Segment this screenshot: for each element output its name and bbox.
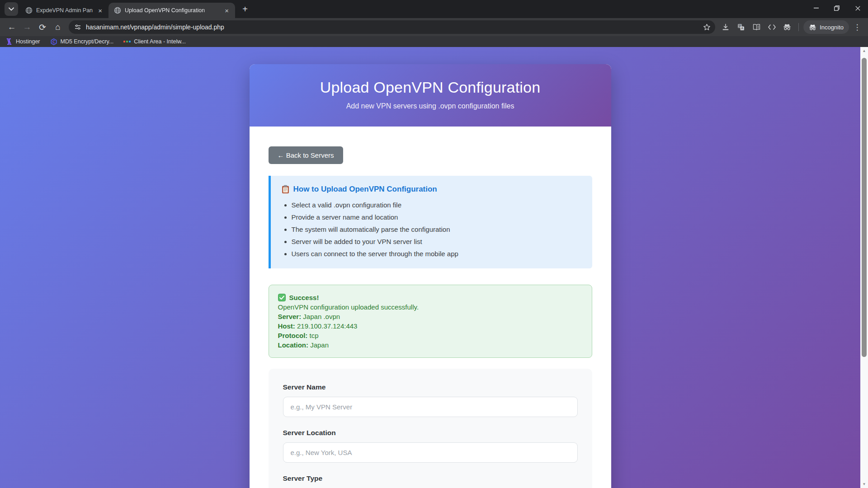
upload-form: Server Name Server Location Server Type … — [269, 369, 592, 488]
bookmark-client-area[interactable]: Client Area - Intelw... — [123, 38, 186, 45]
tab-strip: ExpdeVPN Admin Panel × Upload OpenVPN Co… — [0, 0, 868, 18]
translate-icon[interactable]: 文 A — [734, 20, 748, 34]
tab-admin-panel[interactable]: ExpdeVPN Admin Panel × — [20, 3, 108, 18]
browser-chrome: ExpdeVPN Admin Panel × Upload OpenVPN Co… — [0, 0, 868, 47]
hostinger-icon — [5, 38, 13, 45]
code-icon[interactable] — [765, 20, 778, 34]
success-field-server: Server: Japan .ovpn — [278, 312, 583, 321]
scroll-down-icon[interactable]: ▼ — [860, 480, 868, 488]
bookmark-label: Client Area - Intelw... — [134, 38, 186, 45]
instruction-item: The system will automatically parse the … — [292, 225, 581, 233]
bookmark-md5[interactable]: MD5 Encrypt/Decry... — [50, 38, 114, 45]
chevron-down-icon — [9, 7, 14, 11]
page-scrollbar[interactable]: ▲ ▼ — [860, 47, 868, 488]
back-to-servers-button[interactable]: ← Back to Servers — [269, 146, 343, 164]
reload-button[interactable]: ⟳ — [35, 20, 50, 34]
page-viewport: Upload OpenVPN Configuration Add new VPN… — [0, 47, 868, 488]
success-alert: Success! OpenVPN configuration uploaded … — [269, 285, 592, 358]
bookmark-label: MD5 Encrypt/Decry... — [61, 38, 114, 45]
svg-text:A: A — [741, 26, 744, 30]
incognito-badge[interactable]: Incognito — [803, 20, 849, 34]
incognito-extension-icon[interactable] — [780, 20, 794, 34]
page-subtitle: Add new VPN servers using .ovpn configur… — [259, 102, 602, 110]
instructions-box: How to Upload OpenVPN Configuration Sele… — [269, 176, 592, 268]
instruction-item: Select a valid .ovpn configuration file — [292, 201, 581, 209]
clipboard-icon — [282, 185, 289, 194]
tab-close-icon[interactable]: × — [223, 6, 231, 15]
success-headline: Success! — [278, 293, 583, 302]
card-body: ← Back to Servers How to Upload OpenVPN … — [250, 127, 611, 488]
success-field-location: Location: Japan — [278, 340, 583, 350]
server-type-label: Server Type — [283, 474, 578, 483]
page-title: Upload OpenVPN Configuration — [259, 79, 602, 96]
scroll-up-icon[interactable]: ▲ — [860, 47, 868, 55]
server-location-input[interactable] — [283, 442, 578, 463]
download-icon[interactable] — [719, 20, 732, 34]
dots-icon — [123, 38, 131, 45]
check-icon — [278, 294, 286, 301]
tab-close-icon[interactable]: × — [96, 6, 104, 15]
card-header: Upload OpenVPN Configuration Add new VPN… — [250, 64, 611, 127]
server-location-label: Server Location — [283, 429, 578, 437]
back-nav-button[interactable]: ← — [5, 20, 19, 34]
success-message: OpenVPN configuration uploaded successfu… — [278, 302, 583, 312]
instruction-item: Users can connect to the server through … — [292, 250, 581, 258]
tab-title: Upload OpenVPN Configuration — [125, 7, 219, 14]
tab-title: ExpdeVPN Admin Panel — [36, 7, 93, 14]
restore-button[interactable] — [826, 0, 847, 16]
instructions-title: How to Upload OpenVPN Configuration — [293, 185, 437, 194]
forward-nav-button[interactable]: → — [20, 20, 34, 34]
home-button[interactable]: ⌂ — [51, 20, 65, 34]
minimize-button[interactable] — [806, 0, 826, 16]
bookmark-hostinger[interactable]: Hostinger — [5, 38, 40, 45]
tab-search-button[interactable] — [5, 2, 18, 16]
tab-upload-config[interactable]: Upload OpenVPN Configuration × — [108, 3, 235, 18]
globe-icon — [114, 7, 121, 14]
close-window-button[interactable] — [847, 0, 868, 16]
reading-list-icon[interactable] — [750, 20, 763, 34]
upload-card: Upload OpenVPN Configuration Add new VPN… — [250, 64, 611, 488]
success-title: Success! — [289, 293, 319, 302]
browser-menu-icon[interactable]: ⋮ — [851, 23, 863, 32]
server-name-input[interactable] — [283, 397, 578, 417]
bookmark-label: Hostinger — [16, 38, 40, 45]
bookmark-star-icon[interactable] — [703, 23, 711, 31]
toolbar-separator — [798, 23, 799, 31]
incognito-label: Incognito — [820, 24, 844, 31]
new-tab-button[interactable]: + — [239, 3, 251, 15]
close-icon — [855, 6, 860, 11]
page-background: Upload OpenVPN Configuration Add new VPN… — [0, 47, 860, 488]
globe-icon — [25, 7, 33, 14]
bookmarks-bar: Hostinger MD5 Encrypt/Decry... Client Ar… — [0, 36, 868, 47]
address-bar[interactable]: hasanimam.net/vpnapp/admin/simple-upload… — [69, 20, 715, 34]
toolbar-icons: 文 A — [719, 20, 863, 34]
server-name-label: Server Name — [283, 383, 578, 391]
browser-toolbar: ← → ⟳ ⌂ hasanimam.net/vpnapp/admin/simpl… — [0, 18, 868, 36]
hexagon-icon — [50, 38, 57, 45]
success-field-protocol: Protocol: tcp — [278, 331, 583, 340]
window-controls — [806, 0, 868, 16]
instruction-item: Provide a server name and location — [292, 213, 581, 221]
instructions-title-row: How to Upload OpenVPN Configuration — [282, 185, 581, 194]
incognito-hat-icon — [809, 24, 816, 30]
site-settings-icon[interactable] — [74, 23, 81, 31]
scrollbar-thumb[interactable] — [862, 58, 867, 357]
instruction-item: Server will be added to your VPN server … — [292, 238, 581, 245]
instructions-list: Select a valid .ovpn configuration file … — [292, 201, 581, 258]
url-text[interactable]: hasanimam.net/vpnapp/admin/simple-upload… — [86, 23, 698, 31]
success-field-host: Host: 219.100.37.124:443 — [278, 321, 583, 331]
restore-icon — [834, 5, 840, 11]
